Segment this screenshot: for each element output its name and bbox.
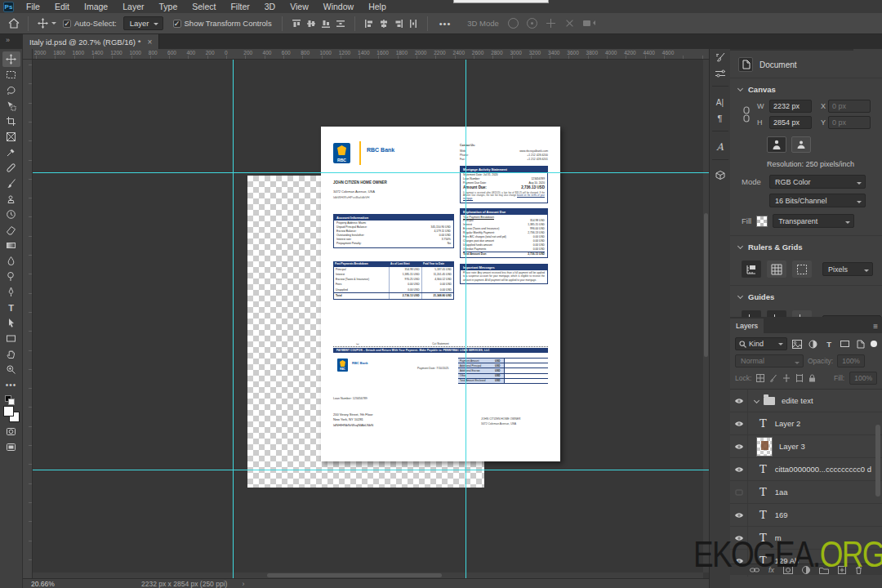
frame-tool[interactable] [2,129,20,145]
canvas-horizontal-scrollbar[interactable] [33,572,703,578]
more-options-icon[interactable]: ••• [439,19,452,29]
toolbar-more-icon[interactable]: ••• [2,377,20,393]
layer-filtering-toggle[interactable] [871,341,877,347]
align-left-edges-icon[interactable] [362,16,376,31]
character-panel-icon[interactable]: A| [712,94,728,110]
lock-position-icon[interactable] [782,374,791,382]
lasso-tool[interactable] [2,82,20,98]
healing-brush-tool[interactable] [2,160,20,176]
visibility-eye-icon[interactable] [730,435,748,457]
clone-stamp-tool[interactable] [2,191,20,207]
lock-transparent-pixels-icon[interactable] [756,374,764,382]
canvas-section-header[interactable]: Canvas [730,78,882,98]
path-selection-tool[interactable] [2,315,20,331]
pen-tool[interactable] [2,284,20,300]
tool-presets-panel-icon[interactable] [712,65,728,82]
type-tool[interactable]: T [2,300,20,315]
status-chevron-icon[interactable]: › [242,580,244,588]
vertical-ruler[interactable] [23,60,33,578]
lock-all-icon[interactable] [808,374,816,382]
ruler-units-dropdown[interactable]: Pixels [822,262,873,276]
zoom-tool[interactable] [2,362,20,377]
lock-image-pixels-icon[interactable] [769,374,777,382]
visibility-eye-icon[interactable] [730,458,748,480]
group-expand-icon[interactable] [754,398,760,403]
lock-guides-button[interactable] [767,310,786,317]
layer-row-image[interactable]: Layer 3 [730,435,882,458]
layer-row-text[interactable]: T Layer 2 [730,412,882,435]
photoshop-logo-icon[interactable]: Ps [3,2,14,12]
align-horizontal-centers-icon[interactable] [376,16,391,31]
crop-tool[interactable] [2,114,20,129]
visibility-eye-icon[interactable] [730,412,748,434]
fill-dropdown[interactable]: Transparent [773,214,854,228]
ruler-origin[interactable] [23,49,33,60]
quick-mask-icon[interactable] [2,424,20,439]
align-right-edges-icon[interactable] [391,16,406,31]
height-field[interactable]: 2854 px [769,116,812,129]
eraser-tool[interactable] [2,222,20,238]
brush-tool[interactable] [2,176,20,191]
vertical-guide-2[interactable] [466,60,466,578]
move-tool-icon[interactable] [35,16,50,31]
distribute-vertical-icon[interactable] [406,16,421,31]
filter-smart-objects-icon[interactable] [855,338,866,350]
move-tool[interactable] [2,51,20,67]
layer-name[interactable]: Layer 3 [779,442,805,451]
layer-filter-kind-dropdown[interactable]: Kind [735,337,787,350]
brush-settings-panel-icon[interactable] [712,49,728,65]
3d-roll-icon[interactable] [527,18,537,29]
layer-name[interactable]: 1aa [775,488,788,497]
document-tab[interactable]: Italy id.psd @ 20.7% (RGB/16) * × [23,34,159,49]
marquee-tool[interactable] [2,67,20,82]
fill-swatch[interactable] [756,216,768,227]
canvas-area[interactable]: 2000180016001400120010008006004002000200… [23,49,709,578]
3d-pan-icon[interactable] [546,18,556,29]
align-top-edges-icon[interactable] [289,16,304,31]
toggle-grid-button[interactable] [767,261,786,278]
landscape-orientation-button[interactable] [791,136,811,153]
layer-name[interactable]: 169 [775,510,788,519]
layer-name[interactable]: citta0000000...ccccccccc0 d [775,465,871,474]
document-page[interactable]: RBC RBC Bank Contact Us: Web:www.rbcroya… [321,127,560,461]
align-bottom-edges-icon[interactable] [318,16,333,31]
visibility-eye-icon[interactable] [730,390,748,412]
align-vertical-centers-icon[interactable] [304,16,318,31]
auto-select-dropdown[interactable]: Layer [123,16,163,30]
horizontal-guide-2[interactable] [33,470,709,470]
3d-camera-icon[interactable] [583,18,595,29]
3d-slide-icon[interactable] [562,16,577,30]
toggle-guides-button[interactable] [742,310,761,317]
distribute-horizontal-icon[interactable] [333,16,348,31]
filter-adjustment-layers-icon[interactable] [807,338,818,350]
3d-panel-icon[interactable] [712,167,728,184]
horizontal-guide-1[interactable] [33,172,709,173]
history-brush-tool[interactable] [2,207,20,222]
auto-select-checkbox[interactable]: ✓ [63,20,71,28]
layer-row-text-hidden[interactable]: T 1aa [730,481,882,504]
screen-mode-icon[interactable] [2,439,20,455]
blend-mode-dropdown[interactable]: Normal [735,354,804,368]
link-dimensions-icon[interactable] [742,105,755,123]
toggle-rulers-button[interactable] [742,261,761,278]
filter-pixel-layers-icon[interactable] [791,338,803,350]
vertical-guide-1[interactable] [233,60,234,578]
layer-row-text[interactable]: T 169 [730,504,882,527]
edit-guides-button[interactable] [792,310,812,317]
rectangle-tool[interactable] [2,331,20,346]
blur-tool[interactable] [2,253,20,269]
gradient-tool[interactable] [2,238,20,253]
move-tool-dropdown-icon[interactable] [51,22,56,27]
home-icon[interactable] [7,16,21,31]
opacity-field[interactable]: 100% [837,354,865,368]
layers-scrollbar[interactable] [875,425,880,497]
rulers-grids-section-header[interactable]: Rulers & Grids [730,236,882,256]
visibility-eye-icon[interactable] [730,504,748,526]
toggle-pixel-grid-button[interactable] [792,261,812,278]
width-field[interactable]: 2232 px [769,100,812,113]
object-selection-tool[interactable] [2,98,20,114]
filter-shape-layers-icon[interactable] [839,338,850,350]
horizontal-ruler[interactable]: 2000180016001400120010008006004002000200… [33,49,709,60]
default-colors-icon[interactable] [5,395,13,403]
show-transform-checkbox[interactable]: ✓ [173,20,181,28]
